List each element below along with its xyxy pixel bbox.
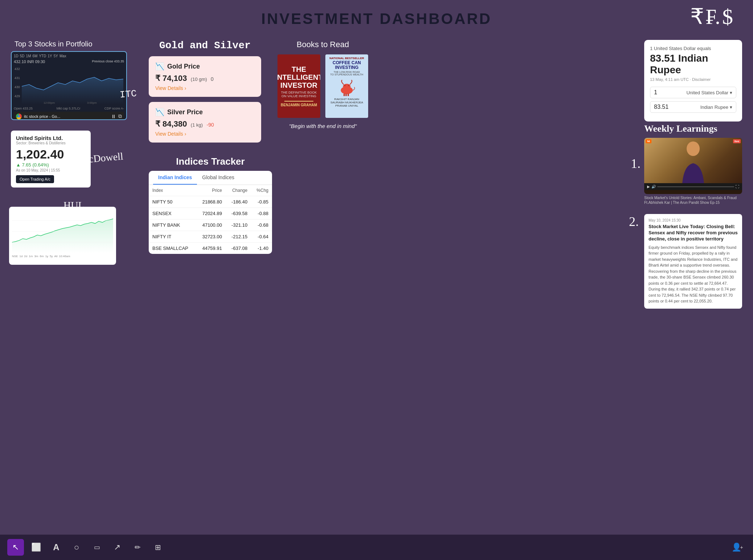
currency-to-label: Indian Rupee <box>700 104 728 110</box>
tab-max[interactable]: Max <box>59 54 66 58</box>
bottom-toolbar: ↖ ⬜ A ○ ▭ ↗ ✏ ⊞ 👤 + <box>0 535 753 560</box>
silver-header: 📉 Silver Price <box>155 108 255 116</box>
index-name: NIFTY BANK <box>149 219 196 231</box>
index-pct: -0.85 <box>251 196 272 208</box>
news-card: May 10, 2024 15:30 Stock Market Live Tod… <box>644 214 742 309</box>
table-row: BSE SMALLCAP 44759.91 -637.08 -1.40 <box>149 243 272 254</box>
indices-tabs: Indian Indices Global Indices <box>149 171 272 185</box>
book2-authors: RAKSHIT RANJANSAURABH MUKHERJEAPRANAB UN… <box>330 98 363 107</box>
index-price: 32723.00 <box>196 231 226 243</box>
video-caption: Stock Market's Untold Stories: Ambani, S… <box>644 194 742 205</box>
user-add-button[interactable]: 👤 + <box>729 539 746 556</box>
svg-text:431: 431 <box>15 76 20 80</box>
open-trading-button[interactable]: Open Trading A/c <box>16 175 54 183</box>
us-change: ▲ 7.65 (0.64%) <box>16 162 86 168</box>
tab-indian-indices[interactable]: Indian Indices <box>153 171 197 185</box>
currency-from-row[interactable]: 1 United States Dollar ▾ <box>650 87 736 98</box>
annotation-2: 2. <box>629 214 639 229</box>
tab-6m[interactable]: 6M <box>33 54 38 58</box>
chart-bottom-bar[interactable]: itc stock price - Go... ⏸ ⧉ <box>14 112 124 120</box>
col-index: Index <box>149 185 196 196</box>
gold-name: Gold Price <box>167 63 200 70</box>
tool-circle[interactable]: ○ <box>68 539 85 556</box>
chrome-icon <box>16 114 22 119</box>
index-change: -637.08 <box>226 243 251 254</box>
tool-text[interactable]: A <box>48 539 65 556</box>
tool-frame[interactable]: ⊞ <box>149 539 166 556</box>
book2-subtitle: THE LOW-RISK ROADTO STUPENDOUS WEALTH <box>330 71 363 76</box>
chevron-down-icon: ▾ <box>730 90 732 95</box>
play-pause-icon[interactable]: ▶ <box>647 185 650 189</box>
progress-bar[interactable] <box>657 186 734 187</box>
tool-arrow[interactable]: ↗ <box>109 539 126 556</box>
tab-5d[interactable]: 5D <box>20 54 25 58</box>
tab-ytd[interactable]: YTD <box>39 54 46 58</box>
tab-global-indices[interactable]: Global Indices <box>197 171 239 185</box>
us-sector: Sector: Breweries & Distilleries <box>16 141 86 145</box>
silver-view-link[interactable]: View Details › <box>155 131 255 137</box>
gold-silver-title: Gold and Silver <box>149 40 261 51</box>
gold-unit: (10 gm) <box>191 77 207 82</box>
book-intelligent-investor[interactable]: THEINTELLIGENTINVESTOR THE DEFINITIVE BO… <box>277 54 320 118</box>
index-name: NIFTY 50 <box>149 196 196 208</box>
silver-price: ₹ 84,380 <box>155 119 187 128</box>
tool-pen[interactable]: ✏ <box>129 539 146 556</box>
video-badge: live <box>733 139 741 143</box>
currency-date-text: 13 May, 4:11 am UTC · Disclaimer <box>650 77 711 82</box>
index-pct: -0.68 <box>251 219 272 231</box>
index-price: 44759.91 <box>196 243 226 254</box>
chart-info-row: Open 433.25 Mkt cap 5.37LCr CDP score A- <box>14 107 124 110</box>
indices-table: Index Price Change %Chg NIFTY 50 21868.8… <box>149 185 272 254</box>
united-spirits-card: United Spirits Ltd. Sector: Breweries & … <box>11 131 91 188</box>
book-coffee-can[interactable]: NATIONAL BESTSELLER COFFEE CANINVESTING … <box>325 54 368 118</box>
svg-text:429: 429 <box>15 94 20 98</box>
chevron-down-icon-2: ▾ <box>730 104 732 110</box>
weekly-title: Weekly Learnings <box>644 123 742 134</box>
books-title: Books to Read <box>272 40 374 49</box>
bull-icon <box>336 78 358 96</box>
svg-point-14 <box>348 85 350 87</box>
hul-chart-card[interactable]: NSE1d2d1m3m6m1y5yAll10:46am <box>9 207 116 265</box>
volume-icon[interactable]: 🔊 <box>651 185 656 189</box>
stocks-section: Top 3 Stocks in Portfolio 1D 5D 1M 6M YT… <box>11 40 141 120</box>
currency-from-label: United States Dollar <box>686 90 728 95</box>
books-container: THEINTELLIGENTINVESTOR THE DEFINITIVE BO… <box>272 54 374 118</box>
arrow-icon: ↗ <box>114 543 120 552</box>
svg-point-18 <box>687 141 700 156</box>
gold-card: 📉 Gold Price ₹ 74,103 (10 gm) 0 View Det… <box>149 56 261 97</box>
play-button[interactable]: ⏸ <box>111 114 116 119</box>
cursor-icon: ↖ <box>12 543 19 552</box>
currency-from-select[interactable]: United States Dollar ▾ <box>686 90 732 95</box>
gold-icon: 📉 <box>155 62 164 71</box>
svg-text:430: 430 <box>15 85 20 89</box>
add-icon: + <box>740 544 743 550</box>
fullscreen-icon[interactable]: ⛶ <box>736 185 739 189</box>
tool-rectangle[interactable]: ▭ <box>89 539 105 556</box>
index-name: SENSEX <box>149 208 196 219</box>
video-card[interactable]: live NI ▶ 🔊 ⛶ <box>644 138 742 194</box>
gold-view-link[interactable]: View Details › <box>155 85 255 91</box>
svg-text:3:00pm: 3:00pm <box>87 101 97 104</box>
currency-rate: 83.51 Indian Rupee <box>650 53 736 76</box>
silver-name: Silver Price <box>167 108 203 116</box>
tool-cursor[interactable]: ↖ <box>7 539 24 556</box>
currency-to-row[interactable]: 83.51 Indian Rupee ▾ <box>650 101 736 113</box>
itc-chart-card[interactable]: 1D 5D 1M 6M YTD 1Y 5Y Max 432.10 INR 09:… <box>11 51 127 120</box>
stock-search-label: itc stock price - Go... <box>24 114 109 119</box>
external-link-button[interactable]: ⧉ <box>118 113 122 119</box>
tool-image[interactable]: ⬜ <box>28 539 44 556</box>
currency-to-value: 83.51 <box>654 104 698 110</box>
svg-rect-15 <box>343 94 345 96</box>
chart-price: 432.10 INR 09:30 Previous close 433.35 <box>14 59 124 64</box>
video-controls[interactable]: ▶ 🔊 ⛶ <box>644 183 742 190</box>
news-body: Equity benchmark indices Sensex and Nift… <box>649 244 738 304</box>
tab-1m[interactable]: 1M <box>26 54 31 58</box>
us-price: 1,202.40 <box>16 147 86 161</box>
tab-1d[interactable]: 1D <box>14 54 18 58</box>
pen-icon: ✏ <box>135 543 141 552</box>
silver-unit: (1 kg) <box>191 122 203 128</box>
currency-to-select[interactable]: Indian Rupee ▾ <box>700 104 732 110</box>
gold-silver-section: Gold and Silver 📉 Gold Price ₹ 74,103 (1… <box>149 40 261 148</box>
tab-1y[interactable]: 1Y <box>48 54 52 58</box>
tab-5y[interactable]: 5Y <box>54 54 58 58</box>
